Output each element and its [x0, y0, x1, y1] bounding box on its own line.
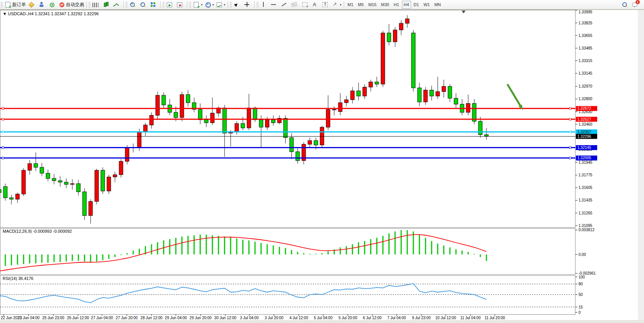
line-handle[interactable] [569, 157, 571, 159]
line-handle[interactable] [569, 107, 571, 109]
macd-bar [121, 254, 122, 255]
line-handle[interactable] [2, 147, 4, 149]
autotrade-button[interactable]: 自动交易 [58, 0, 85, 9]
macd-bar [443, 245, 445, 254]
macd-bar [78, 254, 79, 261]
macd-bar [242, 240, 244, 254]
line-handle[interactable] [569, 147, 571, 149]
candle-body [381, 33, 385, 84]
new-order-button[interactable]: 新订单 [3, 0, 27, 9]
candle-body [162, 95, 166, 105]
crosshair-button[interactable] [243, 0, 253, 9]
candle-body [204, 120, 208, 123]
macd-bar [224, 237, 225, 254]
candle-body [150, 115, 153, 125]
channel-button[interactable] [300, 0, 311, 9]
line-handle[interactable] [2, 118, 4, 120]
search-button[interactable] [620, 0, 631, 9]
timeframe-d1[interactable]: D1 [412, 1, 421, 9]
time-tick-label: 30 Jun 12:00 [214, 316, 236, 320]
macd-bar [206, 235, 207, 254]
indicators-button[interactable]: ▾ [215, 0, 226, 9]
tile-windows-button[interactable] [149, 0, 159, 9]
candle-body [52, 178, 56, 181]
arrows-button[interactable]: ▾ [331, 0, 343, 9]
gold-button[interactable] [27, 0, 37, 9]
macd-bar [151, 244, 152, 254]
candle-body [34, 163, 38, 167]
timeframe-m5[interactable]: M5 [356, 1, 365, 9]
cursor-button[interactable] [233, 0, 243, 9]
candle-body [107, 177, 111, 191]
timeframe-m1[interactable]: M1 [346, 1, 355, 9]
zoom-out-button[interactable]: - [139, 0, 149, 9]
zoom-in-button[interactable]: + [128, 0, 139, 9]
macd-bar [389, 233, 390, 254]
timeframe-m30[interactable]: M30 [379, 1, 391, 9]
timeframe-mn[interactable]: MN [432, 1, 443, 9]
macd-bar [340, 248, 341, 254]
chat-button[interactable]: 1 [631, 0, 641, 9]
candle-body [454, 98, 458, 104]
fibonacci-button[interactable] [290, 0, 300, 9]
macd-bar [29, 254, 30, 264]
vertical-line-icon [260, 2, 266, 8]
zoom-in-icon: + [129, 2, 135, 8]
vertical-line-button[interactable] [259, 0, 269, 9]
chart-shift-button[interactable] [175, 0, 186, 9]
text-button[interactable] [311, 0, 321, 9]
candle-body [143, 125, 147, 132]
price-tick-label: 1.32460 [579, 122, 593, 126]
macd-bar [273, 245, 274, 254]
candle-body [320, 127, 324, 145]
candle-body [40, 167, 44, 173]
candlestick-button[interactable] [102, 0, 112, 9]
rsi-axis-label: 50 [579, 293, 583, 297]
new-chart-button[interactable]: ▾ [192, 0, 204, 9]
label-button[interactable] [321, 0, 331, 9]
timeframe-m15[interactable]: M15 [367, 1, 378, 9]
macd-bar [358, 242, 359, 254]
line-handle[interactable] [2, 131, 4, 133]
macd-bar [364, 241, 365, 254]
line-handle[interactable] [2, 107, 4, 109]
community-button[interactable] [37, 0, 48, 9]
macd-pane-label: MACD(12,26,9) -0.000993 -0.000092 [3, 229, 72, 233]
signal-button[interactable] [48, 0, 58, 9]
rsi-axis-label: 100 [579, 275, 585, 279]
line-handle[interactable] [569, 131, 571, 133]
macd-bar [11, 254, 12, 265]
search-icon [622, 2, 628, 8]
candle-body [64, 182, 68, 184]
shapes-icon [332, 2, 338, 8]
candle-body [478, 121, 482, 134]
bar-chart-button[interactable] [91, 0, 102, 9]
notification-badge: 1 [636, 0, 640, 4]
timeframe-h4[interactable]: H4 [402, 1, 411, 9]
line-handle[interactable] [2, 157, 4, 159]
rsi-pane [0, 276, 575, 315]
auto-scroll-button[interactable] [165, 0, 175, 9]
macd-bar [480, 254, 481, 257]
chevron-down-icon[interactable]: ▾ [340, 3, 341, 6]
horizontal-line-button[interactable] [269, 0, 280, 9]
macd-bar [352, 244, 353, 254]
macd-bar [437, 243, 438, 254]
chevron-down-icon[interactable]: ▾ [212, 3, 214, 6]
line-handle[interactable] [569, 118, 571, 120]
chart-canvas[interactable]: 1.339951.338251.336551.334851.333151.331… [0, 10, 644, 320]
chevron-down-icon[interactable]: ▾ [201, 3, 202, 6]
candle-body [174, 112, 178, 118]
timeframe-h1[interactable]: H1 [392, 1, 401, 9]
periods-button[interactable]: ▾ [204, 0, 215, 9]
timeframe-w1[interactable]: W1 [422, 1, 432, 9]
macd-bar [218, 236, 219, 254]
candle-body [119, 162, 123, 175]
line-chart-button[interactable] [112, 0, 122, 9]
price-label-1.32145-text: 1.32145 [577, 146, 591, 150]
trendline-button[interactable] [280, 0, 290, 9]
doc-plus-icon [5, 2, 10, 8]
macd-bar [474, 254, 475, 254]
chevron-down-icon[interactable]: ▾ [224, 3, 225, 6]
candle-body [58, 181, 62, 182]
